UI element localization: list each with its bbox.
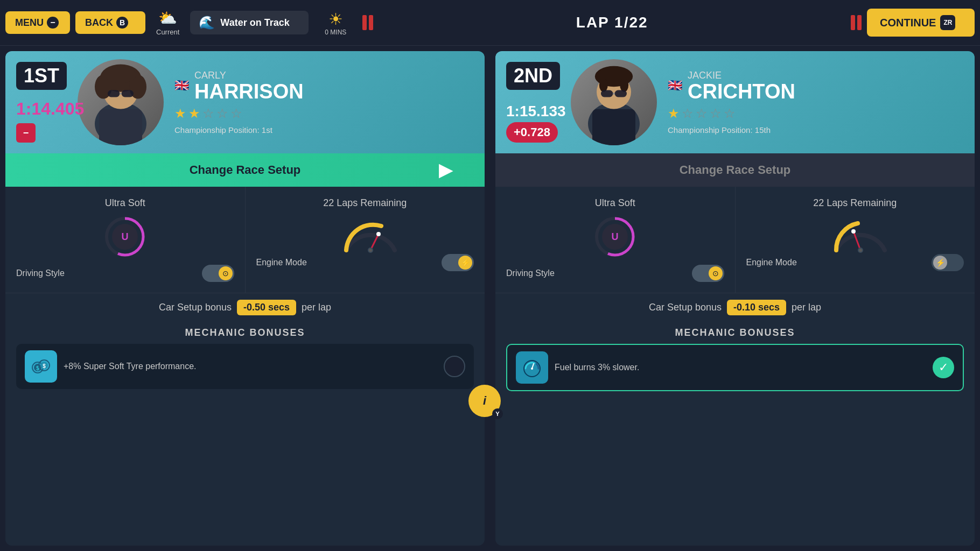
player2-setup-right: 22 Laps Remaining — [736, 187, 975, 293]
star-5: ☆ — [230, 106, 242, 121]
player2-time-diff: +0.728 — [506, 122, 558, 143]
water-icon: 🌊 — [199, 15, 215, 30]
star-3: ☆ — [202, 106, 214, 121]
continue-button[interactable]: CONTINUE ZR — [867, 9, 975, 37]
pause-bar-1 — [362, 15, 367, 30]
p2-star-4: ☆ — [710, 106, 722, 121]
player1-position: 1ST — [24, 65, 59, 87]
y-label: Y — [492, 408, 503, 419]
svg-rect-30 — [615, 90, 627, 97]
player2-flag: 🇬🇧 — [668, 79, 682, 93]
player2-per-lap: per lap — [792, 302, 821, 313]
pause-left-button[interactable] — [362, 15, 373, 30]
player1-tyre-type: Ultra Soft — [105, 197, 145, 209]
weather-label: Current — [156, 28, 179, 36]
player2-bonus-label: Car Setup bonus — [649, 302, 722, 313]
player2-championship: Championship Position: 15th — [668, 125, 771, 135]
pause-section-right — [851, 15, 862, 30]
player2-card: 2ND — [495, 51, 975, 546]
player2-name-block: JACKIE CRICHTON — [688, 70, 795, 102]
player2-tyre-type: Ultra Soft — [595, 197, 635, 209]
speedometer2-icon: ⊙ — [712, 269, 719, 278]
menu-label: MENU — [15, 17, 44, 29]
player2-driving-knob: ⊙ — [709, 266, 723, 280]
continue-zr-icon: ZR — [940, 15, 955, 30]
player1-mechanic-row: $ $ +8% Super Soft Tyre performance. — [16, 344, 474, 389]
player1-tyre-svg: U — [103, 215, 146, 258]
back-button[interactable]: BACK B — [75, 11, 145, 34]
svg-rect-9 — [99, 109, 142, 145]
star-2: ★ — [188, 106, 200, 121]
sun-icon: ☀ — [328, 10, 343, 29]
player1-mechanic-icon: $ $ — [25, 350, 57, 383]
p2-star-1: ★ — [668, 106, 680, 121]
fuel-gauge-icon — [521, 357, 543, 378]
menu-button[interactable]: MENU − — [5, 11, 70, 34]
player2-bonus-value: -0.10 secs — [727, 300, 786, 315]
player1-card: 1ST — [5, 51, 485, 546]
player1-last-name: HARRISON — [194, 81, 304, 102]
svg-point-17 — [376, 232, 381, 236]
player2-change-race-btn[interactable]: Change Race Setup — [495, 153, 975, 187]
p2-star-3: ☆ — [696, 106, 708, 121]
player1-mechanic-text: +8% Super Soft Tyre performance. — [64, 362, 437, 371]
player1-engine-knob: ⚡ — [458, 256, 472, 270]
speedometer-icon: ⊙ — [222, 269, 229, 278]
svg-point-43 — [531, 368, 533, 370]
svg-text:$: $ — [43, 363, 46, 369]
lap-info: LAP 1/22 — [379, 14, 845, 31]
weather-section: ⛅ Current — [156, 9, 179, 36]
player1-bonus-value: -0.50 secs — [237, 300, 296, 315]
star-4: ☆ — [216, 106, 228, 121]
main-content: 1ST — [0, 46, 980, 551]
player1-change-race-btn[interactable]: Change Race Setup ▶ — [5, 153, 485, 187]
svg-rect-7 — [122, 90, 134, 97]
player2-last-name: CRICHTON — [688, 81, 795, 102]
info-button[interactable]: i Y — [468, 385, 501, 417]
pause-bar-3 — [851, 15, 855, 30]
continue-label: CONTINUE — [880, 17, 936, 29]
player1-avatar-svg — [78, 59, 164, 145]
svg-point-39 — [859, 249, 862, 252]
player2-driving-toggle-row: Driving Style ⊙ — [506, 265, 724, 282]
player1-header: 1ST — [5, 51, 485, 153]
time-text: 0 MINS — [325, 29, 346, 36]
player1-engine-toggle[interactable]: ⚡ — [442, 254, 474, 271]
svg-rect-32 — [592, 109, 635, 145]
player2-change-race-label: Change Race Setup — [680, 163, 791, 176]
time-section: ☀ 0 MINS — [325, 10, 346, 36]
player1-lap-time: 1:14.405 — [16, 99, 84, 119]
svg-rect-6 — [108, 90, 120, 97]
svg-point-5 — [105, 66, 136, 83]
svg-text:U: U — [612, 231, 619, 242]
player2-engine-toggle-row: Engine Mode ⚡ — [746, 254, 964, 271]
weather-cloud-icon: ⛅ — [158, 9, 177, 27]
player1-fuel-gauge — [338, 215, 392, 248]
player1-driving-toggle[interactable]: ⊙ — [202, 265, 234, 282]
player2-time-badge: 1:15.133 +0.728 — [506, 103, 566, 143]
player1-fuel-svg — [338, 215, 403, 256]
svg-point-28 — [620, 78, 628, 92]
player1-position-badge: 1ST — [16, 62, 67, 90]
player1-mechanic-section: MECHANIC BONUSES $ $ +8% Super Soft Tyre… — [5, 322, 485, 394]
player1-per-lap: per lap — [302, 302, 331, 313]
info-floating: i Y — [468, 385, 501, 417]
back-b-icon: B — [116, 17, 128, 29]
player2-driving-label: Driving Style — [506, 269, 555, 278]
pause-bar-2 — [369, 15, 373, 30]
player2-mechanic-section: MECHANIC BONUSES Fuel burns 3% slower. ✓ — [495, 322, 975, 397]
player2-mechanic-text: Fuel burns 3% slower. — [555, 363, 926, 372]
svg-rect-29 — [601, 90, 613, 97]
player1-mechanic-empty-circle — [444, 356, 465, 377]
lightning-icon: ⚡ — [461, 258, 470, 267]
player2-driving-toggle[interactable]: ⊙ — [692, 265, 724, 282]
lap-text: LAP 1/22 — [576, 14, 648, 31]
player1-minus-btn[interactable]: − — [16, 123, 36, 143]
player2-lap-time: 1:15.133 — [506, 103, 566, 120]
player2-laps-remaining: 22 Laps Remaining — [813, 197, 897, 209]
player2-engine-toggle[interactable]: ⚡ — [932, 254, 964, 271]
back-label: BACK — [85, 17, 113, 29]
player2-first-name: JACKIE — [688, 70, 795, 81]
menu-minus-icon: − — [47, 17, 59, 29]
pause-right-button[interactable] — [851, 15, 862, 30]
